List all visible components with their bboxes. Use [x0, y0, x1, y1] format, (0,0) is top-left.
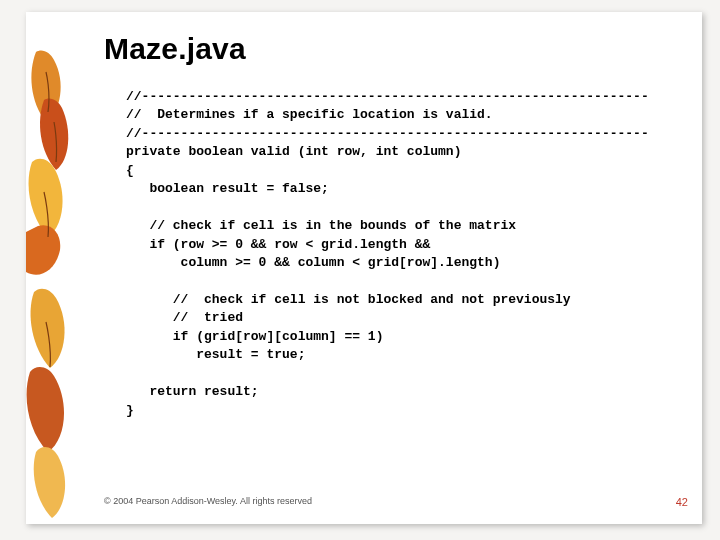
page-number: 42 — [676, 496, 688, 508]
code-line: return result; — [126, 384, 259, 399]
code-line: if (grid[row][column] == 1) — [126, 329, 383, 344]
slide: Maze.java //----------------------------… — [26, 12, 702, 524]
code-line: // check if cell is in the bounds of the… — [126, 218, 516, 233]
code-line: // Determines if a specific location is … — [126, 107, 493, 122]
code-line: column >= 0 && column < grid[row].length… — [126, 255, 500, 270]
code-block: //--------------------------------------… — [126, 88, 686, 420]
code-line: } — [126, 403, 134, 418]
code-line: // tried — [126, 310, 243, 325]
code-line: boolean result = false; — [126, 181, 329, 196]
code-line: if (row >= 0 && row < grid.length && — [126, 237, 430, 252]
code-line: //--------------------------------------… — [126, 126, 649, 141]
code-line: //--------------------------------------… — [126, 89, 649, 104]
slide-title: Maze.java — [104, 32, 246, 66]
code-line: { — [126, 163, 134, 178]
left-decoration — [26, 12, 72, 524]
copyright-footer: © 2004 Pearson Addison-Wesley. All right… — [104, 496, 312, 506]
leaf-border-svg — [26, 12, 72, 524]
code-line: private boolean valid (int row, int colu… — [126, 144, 461, 159]
code-line: result = true; — [126, 347, 305, 362]
code-line: // check if cell is not blocked and not … — [126, 292, 571, 307]
